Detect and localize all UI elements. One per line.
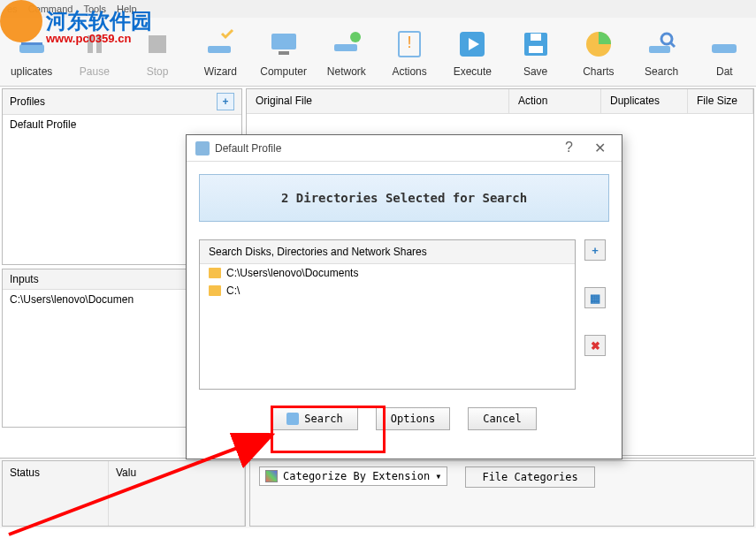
computer-button[interactable]: Computer	[252, 18, 315, 86]
status-panel: Status Valu	[2, 460, 246, 527]
svg-point-9	[350, 32, 361, 42]
charts-button[interactable]: Charts	[567, 18, 630, 86]
stop-button: Stop	[126, 18, 189, 86]
duplicates-icon	[16, 28, 48, 60]
dat-icon	[708, 28, 740, 60]
pause-icon	[79, 28, 111, 60]
svg-rect-1	[21, 42, 42, 45]
duplicates-button[interactable]: uplicates	[0, 18, 63, 86]
profiles-header: Profiles	[10, 95, 45, 108]
search-tool-button[interactable]: Search	[630, 18, 693, 86]
add-profile-button[interactable]: +	[217, 93, 234, 110]
list-item[interactable]: C:\Users\lenovo\Documents	[200, 264, 575, 282]
wizard-button[interactable]: Wizard	[189, 18, 252, 86]
pie-icon	[583, 28, 615, 60]
cancel-button[interactable]: Cancel	[468, 407, 536, 430]
add-dir-button[interactable]: +	[584, 239, 606, 261]
profile-item-default[interactable]: Default Profile	[10, 118, 234, 131]
stop-icon	[141, 28, 173, 60]
categorize-icon	[265, 470, 278, 482]
status-col-header: Status	[3, 461, 109, 526]
svg-line-19	[670, 42, 675, 47]
folder-icon	[209, 268, 221, 278]
folder-icon	[209, 285, 221, 296]
col-action[interactable]: Action	[509, 89, 601, 113]
svg-rect-3	[96, 35, 102, 53]
svg-rect-6	[271, 34, 296, 49]
default-profile-dialog: Default Profile ? ✕ 2 Directories Select…	[186, 134, 622, 459]
close-button[interactable]: ✕	[587, 138, 613, 158]
col-duplicates[interactable]: Duplicates	[601, 89, 688, 113]
svg-rect-8	[334, 44, 357, 51]
menu-command[interactable]: Command	[28, 4, 73, 14]
search-btn-icon	[286, 413, 299, 425]
file-categories-button[interactable]: File Categories	[465, 466, 594, 488]
svg-rect-14	[529, 46, 543, 53]
menu-tools[interactable]: Tools	[83, 4, 106, 14]
svg-rect-15	[531, 34, 541, 41]
execute-button[interactable]: Execute	[441, 18, 504, 86]
svg-rect-2	[88, 35, 93, 53]
network-button[interactable]: Network	[315, 18, 378, 86]
inputs-header: Inputs	[10, 273, 39, 285]
search-list: Search Disks, Directories and Network Sh…	[199, 239, 576, 390]
svg-rect-5	[208, 46, 231, 53]
svg-text:!: !	[408, 34, 412, 51]
selection-banner: 2 Directories Selected for Search	[199, 174, 609, 222]
options-button[interactable]: Options	[376, 407, 451, 430]
svg-rect-20	[712, 44, 737, 53]
help-button[interactable]: ?	[558, 138, 580, 158]
grid-view-button[interactable]: ▦	[584, 287, 606, 308]
menu-help[interactable]: Help	[117, 4, 137, 14]
computer-icon	[268, 28, 300, 60]
actions-button[interactable]: ! Actions	[378, 18, 441, 86]
value-col-header: Valu	[109, 461, 245, 526]
remove-dir-button[interactable]: ✖	[584, 335, 606, 356]
search-list-header: Search Disks, Directories and Network Sh…	[200, 240, 575, 264]
pause-button: Pause	[63, 18, 126, 86]
search-icon	[645, 28, 677, 60]
actions-icon: !	[393, 28, 425, 60]
dialog-title-text: Default Profile	[215, 142, 281, 155]
save-icon	[520, 28, 552, 60]
categorize-label: Categorize By Extension	[283, 470, 430, 482]
col-file-size[interactable]: File Size	[688, 89, 753, 113]
main-toolbar: uplicates Pause Stop Wizard Computer Net…	[0, 18, 756, 87]
network-icon	[331, 28, 363, 60]
menu-es[interactable]: es	[7, 4, 18, 14]
list-item[interactable]: C:\	[200, 282, 575, 300]
wizard-icon	[204, 28, 236, 60]
svg-rect-7	[279, 51, 289, 55]
search-button[interactable]: Search	[271, 407, 357, 430]
grid-header: Original File Action Duplicates File Siz…	[247, 89, 753, 114]
save-button[interactable]: Save	[504, 18, 567, 86]
categorize-dropdown[interactable]: Categorize By Extension ▾	[259, 466, 447, 486]
col-original[interactable]: Original File	[247, 89, 509, 113]
svg-rect-4	[149, 35, 166, 53]
dat-button[interactable]: Dat	[693, 18, 756, 86]
chevron-down-icon: ▾	[435, 470, 441, 482]
menubar: es Command Tools Help	[0, 0, 756, 18]
dialog-icon	[195, 141, 210, 155]
svg-rect-17	[649, 46, 670, 53]
svg-rect-0	[19, 44, 44, 53]
play-icon	[456, 28, 488, 60]
